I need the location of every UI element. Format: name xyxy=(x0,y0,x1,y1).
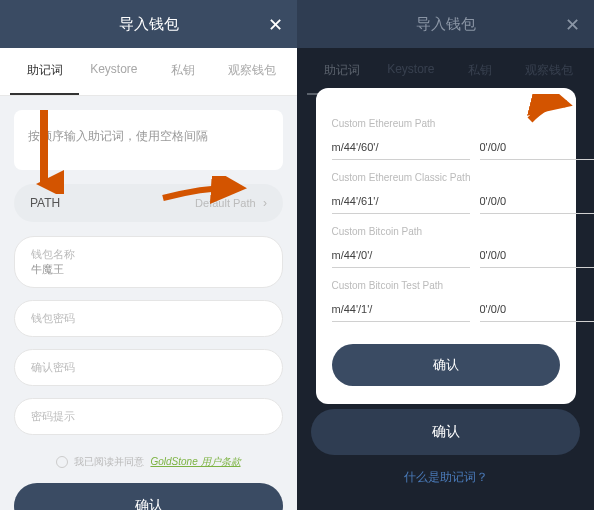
path-suffix-input[interactable] xyxy=(480,243,595,268)
group-label: Custom Bitcoin Test Path xyxy=(332,280,560,291)
terms-link[interactable]: GoldStone 用户条款 xyxy=(150,455,240,469)
group-label: Custom Bitcoin Path xyxy=(332,226,560,237)
path-suffix-input[interactable] xyxy=(480,135,595,160)
content: 按顺序输入助记词，使用空格间隔 PATH Default Path › 钱包名称… xyxy=(0,96,297,510)
terms-checkbox[interactable] xyxy=(56,456,68,468)
tab-privatekey[interactable]: 私钥 xyxy=(149,48,218,95)
path-prefix-input[interactable] xyxy=(332,189,470,214)
path-inputs xyxy=(332,297,560,322)
close-icon[interactable]: ✕ xyxy=(565,14,580,36)
mnemonic-placeholder: 按顺序输入助记词，使用空格间隔 xyxy=(28,129,208,143)
group-label: Custom Ethereum Path xyxy=(332,118,560,129)
tabs: 助记词 Keystore 私钥 观察钱包 xyxy=(0,48,297,96)
wallet-name-field[interactable]: 钱包名称 牛魔王 xyxy=(14,236,283,288)
confirm-button[interactable]: 确认 xyxy=(311,409,580,455)
terms-row: 我已阅读并同意 GoldStone 用户条款 xyxy=(14,447,283,483)
confirm-button[interactable]: 确认 xyxy=(14,483,283,510)
confirm-password-field[interactable]: 确认密码 xyxy=(14,349,283,386)
password-hint-field[interactable]: 密码提示 xyxy=(14,398,283,435)
header: 导入钱包 ✕ xyxy=(0,0,297,48)
group-label: Custom Ethereum Classic Path xyxy=(332,172,560,183)
mnemonic-input[interactable]: 按顺序输入助记词，使用空格间隔 xyxy=(14,110,283,170)
wallet-name-value: 牛魔王 xyxy=(31,263,64,275)
right-panel: 导入钱包 ✕ 助记词 Keystore 私钥 观察钱包 Custom Ether… xyxy=(297,0,594,510)
path-prefix-input[interactable] xyxy=(332,297,470,322)
path-inputs xyxy=(332,243,560,268)
tab-mnemonic[interactable]: 助记词 xyxy=(10,48,79,95)
terms-prefix: 我已阅读并同意 xyxy=(74,455,144,469)
footer-help-link[interactable]: 什么是助记词？ xyxy=(311,455,580,500)
chevron-right-icon: › xyxy=(263,196,267,210)
header-title: 导入钱包 xyxy=(119,15,179,34)
right-bottom: 确认 什么是助记词？ xyxy=(297,409,594,510)
path-prefix-input[interactable] xyxy=(332,243,470,268)
path-inputs xyxy=(332,189,560,214)
path-row[interactable]: PATH Default Path › xyxy=(14,184,283,222)
path-value: Default Path xyxy=(195,197,256,209)
modal-confirm-button[interactable]: 确认 xyxy=(332,344,560,386)
path-suffix-input[interactable] xyxy=(480,189,595,214)
wallet-password-field[interactable]: 钱包密码 xyxy=(14,300,283,337)
header: 导入钱包 ✕ xyxy=(297,0,594,48)
path-modal: Custom Ethereum Path Custom Ethereum Cla… xyxy=(316,88,576,404)
left-panel: 导入钱包 ✕ 助记词 Keystore 私钥 观察钱包 按顺序输入助记词，使用空… xyxy=(0,0,297,510)
header-title: 导入钱包 xyxy=(416,15,476,34)
tab-watch[interactable]: 观察钱包 xyxy=(218,48,287,95)
path-suffix-input[interactable] xyxy=(480,297,595,322)
path-inputs xyxy=(332,135,560,160)
path-prefix-input[interactable] xyxy=(332,135,470,160)
close-icon[interactable]: ✕ xyxy=(268,14,283,36)
annotation-arrow-down-icon xyxy=(24,106,64,194)
tab-keystore[interactable]: Keystore xyxy=(79,48,148,95)
wallet-name-placeholder: 钱包名称 xyxy=(31,248,75,260)
path-label: PATH xyxy=(30,196,60,210)
